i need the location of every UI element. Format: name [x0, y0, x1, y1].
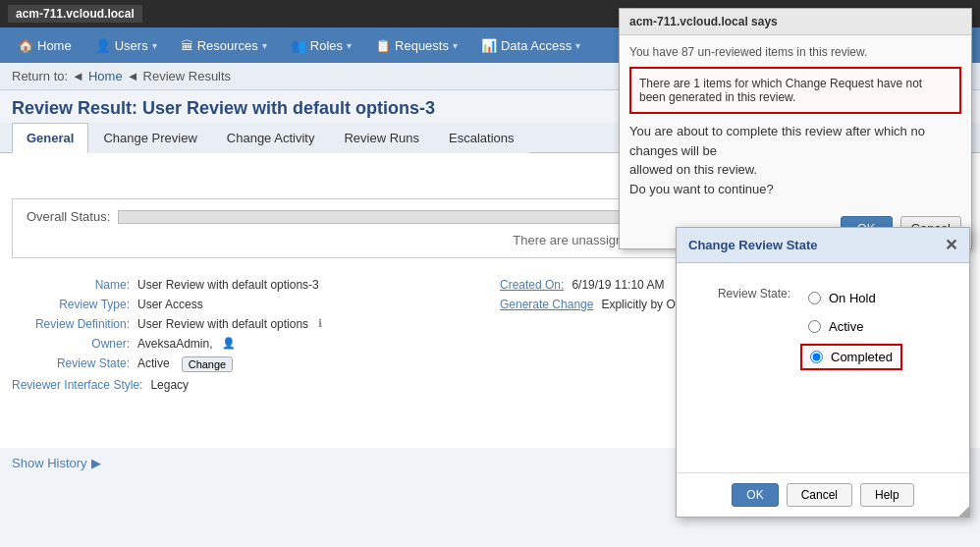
review-state-label: Review State:	[12, 356, 130, 372]
info-row-state: Review State: Active Change	[12, 356, 480, 372]
requests-arrow: ▾	[453, 40, 458, 51]
users-icon: 👤	[95, 38, 111, 53]
completed-label: Completed	[831, 350, 893, 364]
tab-change-preview[interactable]: Change Preview	[88, 123, 211, 153]
reviewer-interface-value: Legacy	[150, 378, 189, 392]
review-type-value: User Access	[137, 298, 203, 311]
change-state-button[interactable]: Change	[182, 356, 234, 372]
radio-active[interactable]: Active	[800, 315, 871, 338]
alert-warning: There are 1 items for which Change Reque…	[629, 67, 961, 114]
tab-review-runs[interactable]: Review Runs	[329, 123, 434, 153]
breadcrumb-arrow-1: ◄	[72, 69, 84, 83]
alert-question: You are about to complete this review af…	[629, 122, 961, 198]
modal-header: Change Review State ✕	[677, 228, 969, 263]
change-review-state-modal: Change Review State ✕ Review State: On H…	[676, 227, 970, 518]
alert-dialog: acm-711.vcloud.local says You have 87 un…	[619, 8, 972, 249]
info-row-owner: Owner: AveksaAdmin, 👤	[12, 337, 480, 351]
definition-info-icon: ℹ	[318, 317, 322, 331]
modal-close-button[interactable]: ✕	[945, 236, 957, 254]
modal-help-button[interactable]: Help	[860, 483, 914, 507]
resources-icon: 🏛	[181, 38, 193, 53]
tab-general[interactable]: General	[12, 123, 88, 153]
modal-cancel-button[interactable]: Cancel	[787, 483, 852, 507]
nav-resources[interactable]: 🏛 Resources ▾	[171, 32, 277, 59]
nav-requests[interactable]: 📋 Requests ▾	[365, 32, 467, 59]
radio-completed[interactable]: Completed	[800, 344, 902, 370]
on-hold-label: On Hold	[829, 291, 876, 305]
breadcrumb-home[interactable]: Home	[88, 69, 123, 83]
tab-escalations[interactable]: Escalations	[434, 123, 528, 153]
show-history-icon: ▶	[91, 456, 101, 470]
resources-arrow: ▾	[262, 40, 267, 51]
review-definition-label: Review Definition:	[12, 317, 130, 331]
modal-footer: OK Cancel Help	[677, 472, 969, 517]
created-on-value: 6/19/19 11:10 AM	[572, 278, 664, 292]
review-definition-value: User Review with default options	[137, 317, 308, 331]
info-row-name: Name: User Review with default options-3	[12, 278, 480, 292]
resize-handle[interactable]	[959, 507, 969, 517]
nav-data-access[interactable]: 📊 Data Access ▾	[471, 32, 590, 59]
created-on-label[interactable]: Created On:	[500, 278, 564, 292]
nav-users[interactable]: 👤 Users ▾	[85, 32, 167, 59]
breadcrumb-current: Review Results	[143, 69, 232, 83]
tab-change-activity[interactable]: Change Activity	[212, 123, 330, 153]
modal-ok-button[interactable]: OK	[732, 483, 778, 507]
return-to-label: Return to:	[12, 69, 68, 83]
users-arrow: ▾	[152, 40, 157, 51]
status-label: Overall Status:	[27, 209, 110, 224]
alert-info: You have 87 un-reviewed items in this re…	[629, 45, 961, 59]
generate-change-label[interactable]: Generate Change	[500, 298, 593, 311]
data-access-arrow: ▾	[575, 40, 580, 51]
nav-home[interactable]: 🏠 Home	[8, 32, 82, 59]
modal-title: Change Review State	[688, 238, 818, 252]
review-type-label: Review Type:	[12, 298, 130, 311]
name-value: User Review with default options-3	[137, 278, 319, 292]
info-row-interface: Reviewer Interface Style: Legacy	[12, 378, 480, 392]
info-row-definition: Review Definition: User Review with defa…	[12, 317, 480, 331]
modal-body: Review State: On Hold Active Completed	[677, 263, 969, 394]
owner-label: Owner:	[12, 337, 130, 351]
info-left: Name: User Review with default options-3…	[12, 278, 480, 392]
alert-header: acm-711.vcloud.local says	[620, 9, 971, 35]
home-icon: 🏠	[18, 38, 33, 53]
modal-review-state-label: Review State:	[692, 287, 790, 301]
breadcrumb-arrow-2: ◄	[127, 69, 139, 83]
nav-roles[interactable]: 👥 Roles ▾	[281, 32, 361, 59]
owner-icon: 👤	[222, 337, 236, 351]
info-row-type: Review Type: User Access	[12, 298, 480, 311]
roles-icon: 👥	[291, 38, 306, 53]
requests-icon: 📋	[375, 38, 391, 53]
name-label: Name:	[12, 278, 130, 292]
modal-spacer	[677, 394, 969, 472]
owner-value: AveksaAdmin,	[137, 337, 212, 351]
radio-group: On Hold Active Completed	[800, 287, 902, 370]
data-access-icon: 📊	[481, 38, 497, 53]
show-history-label: Show History	[12, 456, 87, 470]
roles-arrow: ▾	[347, 40, 352, 51]
radio-on-hold[interactable]: On Hold	[800, 287, 884, 309]
reviewer-interface-label: Reviewer Interface Style:	[12, 378, 142, 392]
alert-body: You have 87 un-reviewed items in this re…	[620, 35, 971, 208]
active-label: Active	[829, 319, 863, 334]
review-state-value: Active	[137, 356, 170, 372]
app-title: acm-711.vcloud.local	[8, 5, 142, 23]
